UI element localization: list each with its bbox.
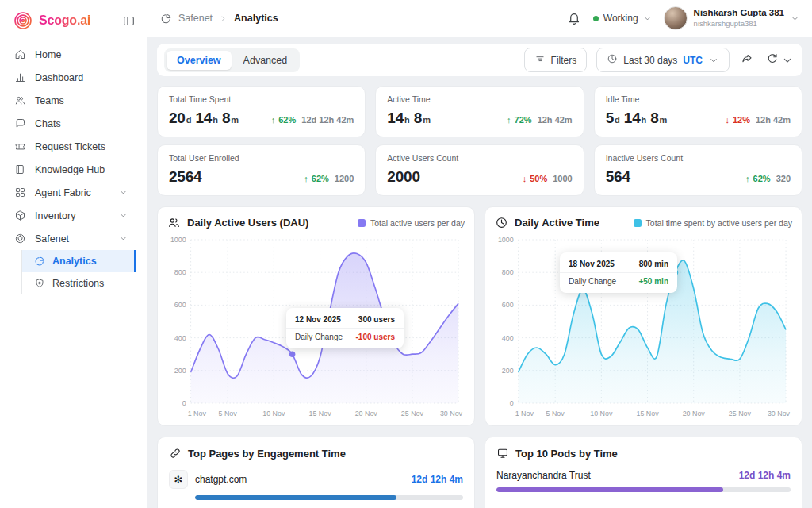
sidebar-item-agent-fabric[interactable]: Agent Fabric — [0, 181, 147, 204]
sidebar-item-label: Inventory — [35, 210, 75, 221]
status-label: Working — [603, 13, 638, 24]
timezone-label: UTC — [683, 55, 703, 66]
analytics-pie-icon — [160, 13, 172, 25]
stat-value: 20d14h8m — [169, 110, 243, 127]
breadcrumb-current[interactable]: Analytics — [234, 13, 278, 24]
sidebar-subtree-safenet: AnalyticsRestrictions — [21, 250, 147, 294]
notification-bell-icon[interactable] — [567, 11, 581, 25]
progress-track — [496, 487, 791, 492]
sidebar-item-label: Dashboard — [35, 72, 83, 83]
sidebar-item-teams[interactable]: Teams — [0, 89, 147, 112]
svg-text:25 Nov: 25 Nov — [729, 410, 752, 418]
item-name: chatgpt.com — [195, 474, 247, 485]
chart-tooltip: 18 Nov 2025800 minDaily Change+50 min — [560, 252, 677, 293]
teams-icon — [14, 94, 26, 106]
chart-header: Daily Active Users (DAU)Total active use… — [167, 216, 465, 229]
sidebar-nav: HomeDashboardTeamsChatsRequest TicketsKn… — [0, 40, 147, 294]
chart-tooltip: 12 Nov 2025300 usersDaily Change-100 use… — [286, 308, 404, 348]
sidebar-item-request-tickets[interactable]: Request Tickets — [0, 135, 147, 158]
delta-up-arrow-icon: ↑ — [745, 174, 750, 183]
delta-down-arrow-icon: ↓ — [523, 174, 527, 183]
card-header: Top 10 Pods by Time — [496, 447, 791, 460]
grid-icon — [14, 187, 26, 198]
filters-button[interactable]: Filters — [524, 48, 588, 72]
breadcrumb-parent[interactable]: Safenet — [178, 13, 213, 24]
sidebar-item-label: Home — [35, 49, 61, 60]
status-dot — [593, 16, 599, 21]
home-icon — [14, 48, 26, 60]
chart-plot[interactable]: 020040060080010001 Nov5 Nov10 Nov15 Nov2… — [495, 232, 792, 422]
sidebar-item-home[interactable]: Home — [0, 43, 147, 66]
sidebar-item-inventory[interactable]: Inventory — [0, 204, 147, 227]
link-icon — [169, 447, 182, 460]
sidebar-item-analytics[interactable]: Analytics — [22, 250, 136, 272]
sidebar-item-knowledge-hub[interactable]: Knowledge Hub — [0, 158, 147, 181]
status-selector[interactable]: Working — [593, 13, 652, 24]
sidebar-item-label: Request Tickets — [35, 141, 105, 152]
toolbar: OverviewAdvanced Filters Last 30 days UT… — [157, 44, 802, 76]
share-button[interactable] — [739, 51, 755, 69]
tooltip-value: 800 min — [639, 260, 668, 268]
stat-card-total-user-enrolled: Total User Enrolled2564↑62%1200 — [157, 144, 366, 196]
toolbar-right: Filters Last 30 days UTC — [524, 48, 795, 72]
legend-label: Total active users per day — [370, 218, 465, 228]
delta-up-arrow-icon: ↑ — [271, 115, 276, 125]
stat-card-inactive-users-count: Inactive Users Count564↑62%320 — [594, 144, 802, 196]
tooltip-change-label: Daily Change — [569, 277, 616, 286]
app-window: Scogo.ai HomeDashboardTeamsChatsRequest … — [0, 0, 812, 508]
item-time: 12d 12h 4m — [739, 470, 791, 481]
item-time: 12d 12h 4m — [412, 474, 463, 485]
svg-text:1 Nov: 1 Nov — [515, 410, 534, 418]
date-range-button[interactable]: Last 30 days UTC — [596, 48, 730, 72]
stat-card-active-users-count: Active Users Count2000↓50%1000 — [375, 144, 584, 196]
progress-fill — [195, 495, 396, 500]
delta-percent: 12% — [733, 115, 750, 125]
sidebar-item-dashboard[interactable]: Dashboard — [0, 66, 147, 89]
ticket-icon — [14, 140, 26, 152]
svg-text:600: 600 — [174, 301, 186, 309]
chevron-down-icon — [119, 211, 128, 220]
sidebar-collapse-icon[interactable] — [122, 14, 136, 28]
svg-text:20 Nov: 20 Nov — [683, 410, 706, 418]
filter-icon — [534, 53, 546, 67]
card-header: Top Pages by Engagement Time — [169, 447, 463, 460]
stat-value: 564 — [606, 168, 630, 186]
svg-text:15 Nov: 15 Nov — [636, 410, 659, 418]
card-title: Top 10 Pods by Time — [515, 448, 618, 460]
tooltip-date: 18 Nov 2025 — [569, 260, 615, 268]
hover-data-point — [289, 351, 296, 357]
user-menu[interactable]: Nishkarsh Gupta 381 nishkarshgupta381 — [664, 6, 799, 30]
list-item[interactable]: Narayanchandra Trust12d 12h 4m — [496, 470, 791, 481]
chart-plot[interactable]: 020040060080010001 Nov5 Nov10 Nov15 Nov2… — [167, 232, 465, 422]
delta-up-arrow-icon: ↑ — [507, 115, 511, 125]
svg-text:400: 400 — [502, 334, 514, 342]
sidebar-item-restrictions[interactable]: Restrictions — [22, 272, 136, 294]
svg-text:10 Nov: 10 Nov — [590, 410, 613, 418]
tab-overview[interactable]: Overview — [167, 51, 232, 70]
card-title: Top Pages by Engagement Time — [188, 448, 346, 460]
delta-reference: 12h 42m — [756, 115, 791, 125]
stat-value: 14h8m — [387, 110, 435, 127]
svg-text:5 Nov: 5 Nov — [546, 410, 565, 418]
delta-reference: 1200 — [335, 174, 354, 183]
sidebar-item-safenet[interactable]: Safenet — [0, 227, 147, 250]
tooltip-change-label: Daily Change — [295, 333, 343, 341]
brand-name: Scogo.ai — [39, 13, 90, 28]
shield-globe-icon — [14, 233, 26, 244]
stat-value: 2564 — [169, 168, 201, 186]
monitor-icon — [496, 447, 509, 460]
delta-percent: 72% — [515, 115, 532, 125]
refresh-button[interactable] — [764, 51, 795, 69]
sidebar-item-chats[interactable]: Chats — [0, 112, 147, 135]
list-item[interactable]: ✻chatgpt.com12d 12h 4m — [169, 470, 463, 489]
stat-title: Total User Enrolled — [169, 153, 354, 163]
chart-legend: Total time spent by active users per day — [634, 218, 792, 228]
main-area: Safenet Analytics Working Nishkarsh Gupt… — [147, 0, 812, 508]
openai-favicon-icon: ✻ — [169, 470, 188, 489]
tab-advanced[interactable]: Advanced — [233, 51, 298, 70]
chevron-down-icon — [708, 55, 719, 66]
sidebar-item-label: Restrictions — [52, 278, 104, 289]
progress-fill — [496, 487, 723, 492]
chevron-down-icon — [781, 54, 794, 67]
sidebar-item-label: Analytics — [52, 256, 97, 267]
